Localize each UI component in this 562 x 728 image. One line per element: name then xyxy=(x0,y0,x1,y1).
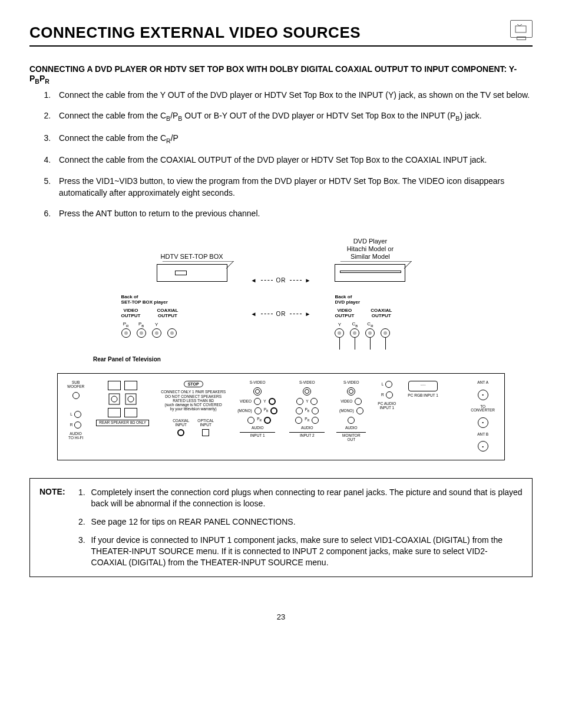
video-lbl-1: VIDEO xyxy=(240,400,252,404)
monitor-out-column: S-VIDEO VIDEO (MONO) AUDIO MONITOR OUT xyxy=(336,381,366,442)
jack-hifi-r xyxy=(74,421,81,429)
speaker-icon-l xyxy=(108,393,121,406)
jack-pc-r xyxy=(386,391,393,398)
step3-b: /P xyxy=(171,133,178,143)
tv-rear-panel: Rear Panel of Television SUB WOOFER L R … xyxy=(57,373,505,460)
or-text-1: OR xyxy=(276,277,286,284)
to-converter-label: TO CONVERTER xyxy=(471,405,495,413)
y-label-1: Y xyxy=(155,322,158,327)
y-label-2: Y xyxy=(338,322,341,327)
hdtv-stb-block: HDTV SET-TOP BOX xyxy=(157,253,227,284)
mono-lbl-1: (MONO) xyxy=(237,409,252,413)
step2-c: OUT or B-Y OUT of the DVD player or HDTV… xyxy=(182,111,455,120)
stop-warning-text: CONNECT ONLY 1 PAIR SPEAKERS DO NOT CONN… xyxy=(161,390,226,411)
pc-rgb-label: PC RGB INPUT 1 xyxy=(408,394,438,398)
jack-converter xyxy=(478,417,488,428)
step3-sub1: R xyxy=(166,137,171,144)
or-separator-2: ◄ OR ► xyxy=(251,311,312,317)
spk-term-1 xyxy=(108,381,121,390)
stop-badge: STOP xyxy=(184,381,203,387)
back-stb-label: Back of SET-TOP BOX player xyxy=(121,294,227,305)
heading-text: CONNECTING A DVD PLAYER OR HDTV SET TOP … xyxy=(29,64,517,83)
pr-label-1: PR xyxy=(123,321,129,327)
jack-y-stb xyxy=(152,328,161,338)
dvd-l3: Similar Model xyxy=(351,253,390,260)
pb-lbl-2: PB xyxy=(305,408,310,413)
pr-lbl-1: PR xyxy=(257,417,262,423)
ant-a-label: ANT A xyxy=(477,381,488,385)
y-lbl-1: Y xyxy=(263,400,266,404)
step-5: Press the VID1~VID3 button, to view the … xyxy=(53,176,533,199)
jack-cr-dvd xyxy=(365,328,375,338)
notes-list: Completely insert the connection cord pl… xyxy=(76,487,523,568)
coax-output-label-2: COAXIAL OUTPUT xyxy=(371,308,392,319)
rear-speaker-label: REAR SPEAKER 8Ω ONLY xyxy=(96,420,149,426)
input2-column: S-VIDEO Y PB PR AUDIO INPUT 2 xyxy=(289,381,325,442)
speaker-icon-r xyxy=(124,393,137,406)
jack-audio-r-1 xyxy=(247,417,254,424)
note-2: See page 12 for tips on REAR PANEL CONNE… xyxy=(88,516,523,528)
jack-y-dvd xyxy=(335,328,344,338)
jack-video-3 xyxy=(355,398,362,405)
jack-subwoofer xyxy=(72,392,80,399)
page-title: CONNECTING EXTERNAL VIDEO SOURCES xyxy=(29,24,361,42)
heading-sub-r: R xyxy=(45,78,49,85)
page-header: CONNECTING EXTERNAL VIDEO SOURCES xyxy=(29,24,533,47)
jack-coax-stb xyxy=(167,328,177,338)
dvd-block: DVD Player Hitachi Model or Similar Mode… xyxy=(335,238,405,284)
svg-point-6 xyxy=(128,396,134,402)
heading-text-2: P xyxy=(39,74,45,83)
sub-woofer-label: SUB WOOFER xyxy=(67,381,84,388)
jack-pr-1 xyxy=(264,417,271,424)
ant-b-label: ANT B xyxy=(477,433,488,437)
input-columns: S-VIDEO VIDEOY (MONO)PB PR AUDIO INPUT 1… xyxy=(237,381,366,442)
monitor-out-label: MONITOR OUT xyxy=(336,432,366,442)
video-output-label-2: VIDEO OUTPUT xyxy=(335,308,354,319)
back-dvd-label: Back of DVD player xyxy=(335,294,441,305)
speaker-terminal-column: REAR SPEAKER 8Ω ONLY xyxy=(96,381,149,426)
step-4: Connect the cable from the COAXIAL OUTPU… xyxy=(53,154,533,166)
stb-back-panel: Back of SET-TOP BOX player VIDEO OUTPUT … xyxy=(121,284,227,338)
audio-lbl-3: AUDIO xyxy=(345,426,358,430)
svg-rect-0 xyxy=(515,26,526,32)
section-heading: CONNECTING A DVD PLAYER OR HDTV SET TOP … xyxy=(29,64,533,85)
coax-input-label: COAXIAL INPUT xyxy=(173,419,189,427)
antenna-column: ANT A TO CONVERTER ANT B xyxy=(471,381,495,452)
step2-d: ) jack. xyxy=(459,111,481,120)
pc-audio-label: PC AUDIO INPUT 1 xyxy=(378,402,396,410)
step2-a: Connect the cable from the C xyxy=(59,111,166,120)
jack-svideo-2 xyxy=(303,387,311,396)
jack-video-1 xyxy=(254,398,261,405)
svg-rect-3 xyxy=(109,394,120,404)
center-column: STOP CONNECT ONLY 1 PAIR SPEAKERS DO NOT… xyxy=(161,381,226,436)
jack-y-1 xyxy=(269,398,276,405)
tv-icon xyxy=(510,20,533,38)
dvd-device-icon xyxy=(335,264,405,282)
jack-optical-input xyxy=(202,429,209,436)
pb-lbl-1: PB xyxy=(264,408,269,413)
hdtv-label: HDTV SET-TOP BOX xyxy=(157,253,227,261)
optical-input-label: OPTICAL INPUT xyxy=(197,419,214,427)
jack-pr-stb xyxy=(121,328,131,338)
svideo-label-2: S-VIDEO xyxy=(299,381,315,385)
jack-mono-2 xyxy=(296,407,303,414)
note-3: If your device is connected to INPUT 1 c… xyxy=(88,535,523,568)
cr-label: CR xyxy=(367,321,373,327)
spk-term-2 xyxy=(124,381,137,390)
pr-lbl-2: PR xyxy=(305,417,309,423)
l-label: L xyxy=(70,413,72,417)
jack-audio-r-3 xyxy=(348,417,355,424)
audio-hifi-label: AUDIO TO HI-FI xyxy=(68,432,83,440)
jack-y-2 xyxy=(310,398,318,405)
left-audio-column: SUB WOOFER L R AUDIO TO HI-FI xyxy=(67,381,84,440)
jack-mono-3 xyxy=(356,407,363,414)
or-text-2: OR xyxy=(276,311,286,317)
svideo-label-3: S-VIDEO xyxy=(343,381,359,385)
r-label: R xyxy=(70,423,73,427)
page-number: 23 xyxy=(29,612,533,621)
video-lbl-3: VIDEO xyxy=(340,400,352,404)
connection-diagram: HDTV SET-TOP BOX ◄ OR ► DVD Player Hitac… xyxy=(57,238,505,461)
jack-audio-r-2 xyxy=(295,417,302,424)
input1-column: S-VIDEO VIDEOY (MONO)PB PR AUDIO INPUT 1 xyxy=(237,381,277,442)
input2-label: INPUT 2 xyxy=(289,432,325,438)
